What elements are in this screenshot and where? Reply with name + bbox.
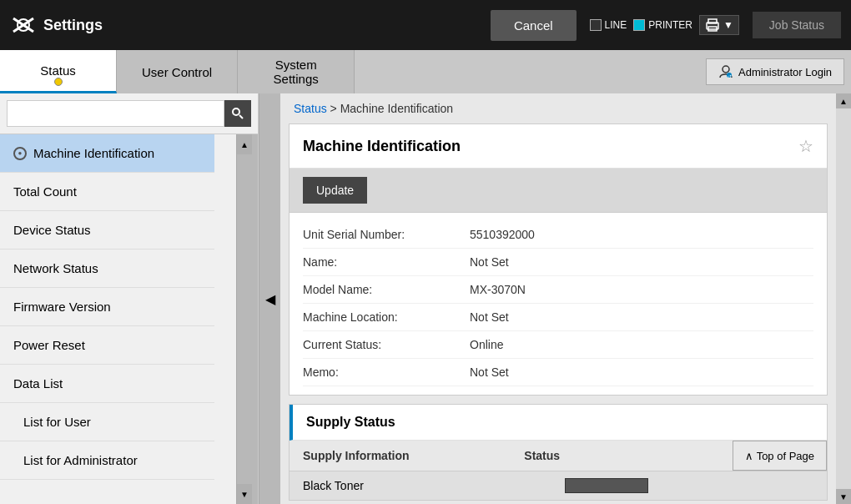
sidebar-item-firmware-version[interactable]: Firmware Version [0, 288, 214, 326]
sidebar-item-power-reset[interactable]: Power Reset [0, 326, 214, 365]
sidebar-item-machine-identification[interactable]: ● Machine Identification [0, 134, 214, 173]
name-value: Not Set [470, 255, 509, 269]
supply-status-header: Supply Status [290, 405, 827, 441]
info-row-memo: Memo: Not Set [303, 359, 813, 386]
name-label: Name: [303, 255, 470, 269]
location-value: Not Set [470, 310, 509, 324]
sidebar-scroll-up-button[interactable]: ▲ [237, 134, 252, 154]
sidebar-item-device-status[interactable]: Device Status [0, 211, 214, 249]
sidebar-collapse-button[interactable]: ◀ [259, 93, 280, 504]
current-status-label: Current Status: [303, 338, 470, 351]
breadcrumb-status-link[interactable]: Status [294, 102, 327, 115]
supply-table-body: Black Toner [290, 471, 827, 500]
app-logo: Settings [10, 12, 103, 38]
cancel-button[interactable]: Cancel [491, 10, 577, 41]
tabs-bar: Status User Control SystemSettings ↺ Adm… [0, 50, 851, 93]
sidebar-item-label: Device Status [13, 223, 91, 237]
info-row-serial: Unit Serial Number: 5510392000 [303, 221, 813, 249]
search-bar [0, 93, 258, 134]
sidebar-item-label: List for Administrator [23, 453, 138, 467]
breadcrumb-current: Machine Identification [340, 102, 453, 115]
breadcrumb: Status > Machine Identification [280, 93, 836, 123]
top-of-page-button[interactable]: ∧ Top of Page [733, 441, 827, 471]
sidebar: ● Machine Identification Total Count Dev… [0, 93, 259, 504]
panel-title: Machine Identification [303, 138, 461, 155]
svg-text:↺: ↺ [728, 74, 732, 79]
printer-icon [705, 18, 720, 33]
active-item-icon: ● [13, 147, 27, 160]
settings-icon [10, 12, 37, 38]
supply-row-black-toner: Black Toner [303, 478, 813, 493]
tab-user-control[interactable]: User Control [117, 50, 238, 93]
info-row-status: Current Status: Online [303, 331, 813, 359]
printer-status: PRINTER [633, 19, 692, 31]
sidebar-item-data-list[interactable]: Data List [0, 365, 214, 403]
svg-line-10 [239, 115, 243, 118]
supply-col-info: Supply Information [290, 441, 511, 471]
content-area: Status > Machine Identification Machine … [280, 93, 836, 504]
update-button[interactable]: Update [303, 177, 367, 204]
serial-label: Unit Serial Number: [303, 228, 470, 241]
sidebar-item-total-count[interactable]: Total Count [0, 173, 214, 211]
supply-col-status: Status [511, 441, 732, 471]
sidebar-item-label: Network Status [13, 261, 98, 275]
favorite-button[interactable]: ☆ [798, 136, 813, 156]
svg-point-6 [723, 66, 729, 73]
supply-info-black-toner: Black Toner [303, 479, 551, 492]
tab-status[interactable]: Status [0, 50, 117, 93]
printer-checkbox [633, 19, 645, 31]
content-scrollbar: ▲ ▼ [836, 93, 851, 504]
panel-header: Machine Identification ☆ [290, 124, 827, 169]
toner-level-bar [565, 478, 648, 493]
machine-id-info: Unit Serial Number: 5510392000 Name: Not… [290, 213, 827, 395]
supply-status-panel: Supply Status Supply Information Status … [289, 404, 828, 501]
line-status: LINE [590, 19, 627, 31]
main-layout: ● Machine Identification Total Count Dev… [0, 93, 851, 504]
sidebar-item-list-for-admin[interactable]: List for Administrator [0, 441, 214, 480]
admin-icon: ↺ [718, 64, 733, 79]
search-button[interactable] [224, 100, 251, 127]
info-row-name: Name: Not Set [303, 249, 813, 276]
sidebar-item-label: List for User [23, 415, 91, 429]
content-scroll-track [836, 108, 851, 489]
search-icon [231, 107, 244, 120]
supply-status-title: Supply Status [306, 415, 395, 429]
line-checkbox [590, 19, 602, 31]
job-status-button[interactable]: Job Status [753, 12, 841, 38]
serial-value: 5510392000 [470, 228, 535, 241]
connection-status: LINE PRINTER ▼ [590, 15, 739, 35]
line-label: LINE [605, 19, 627, 31]
sidebar-item-label: Power Reset [13, 338, 85, 352]
content-scroll-up-button[interactable]: ▲ [836, 93, 851, 108]
location-label: Machine Location: [303, 310, 470, 324]
dropdown-arrow: ▼ [723, 19, 733, 31]
sidebar-scroll-down-button[interactable]: ▼ [237, 484, 252, 504]
breadcrumb-separator: > [330, 102, 337, 115]
content-scroll-down-button[interactable]: ▼ [836, 489, 851, 504]
search-input[interactable] [7, 100, 224, 127]
info-row-location: Machine Location: Not Set [303, 304, 813, 331]
admin-login-button[interactable]: ↺ Administrator Login [706, 58, 844, 85]
printer-dropdown[interactable]: ▼ [699, 15, 739, 35]
info-row-model: Model Name: MX-3070N [303, 276, 813, 304]
supply-table-header: Supply Information Status ∧ Top of Page [290, 441, 827, 471]
sidebar-item-label: Total Count [13, 184, 77, 199]
tab-status-dot [54, 78, 63, 86]
svg-rect-4 [708, 19, 717, 23]
model-value: MX-3070N [470, 283, 526, 296]
panel-toolbar: Update [290, 169, 827, 213]
top-arrow-icon: ∧ [745, 450, 753, 462]
app-header: Settings Cancel LINE PRINTER ▼ Job Statu… [0, 0, 851, 50]
svg-point-9 [233, 108, 239, 115]
sidebar-item-network-status[interactable]: Network Status [0, 249, 214, 288]
model-label: Model Name: [303, 283, 470, 296]
sidebar-item-label: Machine Identification [33, 146, 154, 160]
machine-id-panel: Machine Identification ☆ Update Unit Ser… [289, 123, 828, 396]
tab-system-settings[interactable]: SystemSettings [238, 50, 355, 93]
printer-label: PRINTER [648, 19, 692, 31]
top-of-page-label: Top of Page [757, 450, 814, 462]
sidebar-item-label: Firmware Version [13, 300, 111, 314]
sidebar-item-list-for-user[interactable]: List for User [0, 403, 214, 441]
app-name: Settings [43, 17, 103, 34]
sidebar-item-label: Data List [13, 376, 63, 391]
